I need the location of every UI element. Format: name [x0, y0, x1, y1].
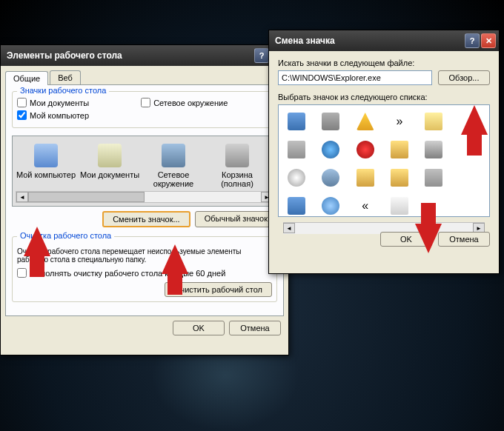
- drive-icon: [425, 169, 442, 187]
- monitor-icon: [288, 113, 305, 130]
- icon-label: Мой компьютер: [16, 170, 76, 179]
- icon-option[interactable]: [352, 110, 379, 133]
- scroll-left-icon[interactable]: ◄: [16, 192, 28, 202]
- monitor-icon: [288, 197, 305, 215]
- network-icon: [162, 144, 185, 167]
- info-icon: [322, 197, 339, 215]
- annotation-arrow: [24, 227, 50, 256]
- icon-preview-strip: Мой компьютер Мои документы Сетевое окру…: [12, 136, 277, 207]
- icon-item-my-computer[interactable]: Мой компьютер: [16, 144, 76, 188]
- checkbox-input[interactable]: [17, 268, 27, 278]
- icon-path-input[interactable]: [278, 70, 432, 85]
- search-icon: [322, 169, 339, 187]
- help-icon[interactable]: ?: [254, 48, 269, 63]
- icon-option[interactable]: [386, 166, 413, 190]
- cleanup-description: Очистка рабочего стола перемещает неиспо…: [17, 247, 272, 264]
- tab-panel-general: Значки рабочего стола Мои документы Сете…: [5, 84, 284, 316]
- icon-option[interactable]: [420, 138, 447, 161]
- envelope-icon: [391, 197, 408, 215]
- icon-option[interactable]: [420, 110, 447, 133]
- icon-option[interactable]: [386, 138, 413, 161]
- checkbox-cleanup-60days[interactable]: Выполнять очистку рабочего стола каждые …: [17, 268, 272, 278]
- change-icon-button[interactable]: Сменить значок...: [102, 211, 190, 227]
- tower-icon: [425, 141, 442, 158]
- documents-icon: [98, 144, 122, 167]
- ok-button[interactable]: OK: [173, 321, 225, 335]
- browse-button[interactable]: Обзор...: [438, 70, 490, 85]
- icon-option[interactable]: [283, 194, 310, 218]
- scroll-track[interactable]: [28, 192, 261, 202]
- globe-icon: [322, 141, 339, 158]
- icon-item-network[interactable]: Сетевое окружение: [143, 144, 204, 188]
- icon-option[interactable]: [317, 166, 344, 190]
- window-title: Элементы рабочего стола: [7, 50, 254, 61]
- titlebar[interactable]: Элементы рабочего стола ? ✕: [1, 45, 288, 66]
- icon-item-recycle-full[interactable]: Корзина (полная): [207, 144, 268, 188]
- cancel-button[interactable]: Отмена: [229, 321, 281, 335]
- select-icon-label: Выбрать значок из следующего списка:: [278, 93, 490, 101]
- icon-option[interactable]: [317, 138, 344, 161]
- tab-strip: Общие Веб: [1, 66, 288, 84]
- help-icon[interactable]: ?: [465, 33, 480, 48]
- titlebar[interactable]: Смена значка ? ✕: [269, 30, 499, 51]
- checkbox-label: Мой компьютер: [30, 111, 89, 120]
- checkbox-network[interactable]: Сетевое окружение: [141, 98, 228, 107]
- checkbox-label: Выполнять очистку рабочего стола каждые …: [30, 269, 225, 278]
- horizontal-scrollbar[interactable]: ◄ ►: [16, 191, 273, 203]
- chevrons-icon: «: [357, 197, 374, 215]
- scroll-thumb[interactable]: [28, 192, 145, 202]
- window-title: Смена значка: [275, 36, 465, 46]
- arrows-icon: »: [391, 113, 408, 130]
- scroll-track[interactable]: [295, 223, 473, 234]
- icon-option[interactable]: [283, 110, 310, 133]
- disc-icon: [288, 169, 305, 187]
- icon-option[interactable]: [386, 194, 413, 218]
- checkbox-my-documents[interactable]: Мои документы: [17, 98, 89, 107]
- icon-label: Сетевое окружение: [143, 170, 204, 188]
- annotation-arrow: [415, 224, 442, 253]
- folder-icon: [391, 169, 408, 187]
- desktop-icons-group: Значки рабочего стола Мои документы Сете…: [12, 91, 277, 128]
- icon-option[interactable]: [317, 110, 344, 133]
- warning-icon: [357, 113, 374, 130]
- annotation-arrow: [162, 244, 188, 274]
- icon-option[interactable]: »: [386, 110, 413, 133]
- icon-list-box: » « ◄: [278, 104, 490, 217]
- icon-option[interactable]: [420, 166, 447, 190]
- drive-icon: [288, 141, 305, 158]
- default-icon-button[interactable]: Обычный значок: [195, 211, 277, 227]
- cancel-button[interactable]: Отмена: [438, 232, 490, 247]
- icon-label: Мои документы: [79, 170, 140, 179]
- icon-option[interactable]: [283, 166, 310, 190]
- desktop-cleanup-group: Очистка рабочего стола Очистка рабочего …: [12, 236, 277, 302]
- close-icon[interactable]: ✕: [481, 33, 496, 48]
- mail-icon: [425, 113, 442, 130]
- annotation-arrow: [461, 105, 488, 135]
- stop-icon: [357, 141, 374, 158]
- icon-item-my-documents[interactable]: Мои документы: [79, 144, 140, 188]
- checkbox-input[interactable]: [17, 98, 27, 107]
- checkbox-input[interactable]: [17, 110, 27, 120]
- icon-option[interactable]: «: [352, 194, 379, 218]
- group-title: Значки рабочего стола: [17, 86, 109, 95]
- folder-icon: [391, 141, 408, 158]
- printer-icon: [322, 113, 339, 130]
- tab-web[interactable]: Веб: [50, 70, 81, 84]
- tab-general[interactable]: Общие: [5, 71, 48, 85]
- dialog-body: Искать значки в следующем файле: Обзор..…: [269, 51, 499, 232]
- icon-option[interactable]: [352, 138, 379, 161]
- change-icon-dialog: Смена значка ? ✕ Искать значки в следующ…: [268, 30, 500, 274]
- recycle-bin-icon: [225, 144, 249, 167]
- checkbox-label: Сетевое окружение: [153, 98, 228, 107]
- icon-option[interactable]: [317, 194, 344, 218]
- icon-option[interactable]: [352, 166, 379, 190]
- checkbox-input[interactable]: [141, 98, 150, 107]
- checkbox-label: Мои документы: [30, 98, 89, 107]
- icon-option[interactable]: [283, 138, 310, 161]
- icon-label: Корзина (полная): [207, 170, 268, 188]
- checkbox-my-computer[interactable]: Мой компьютер: [17, 110, 89, 120]
- horizontal-scrollbar[interactable]: ◄ ►: [283, 222, 485, 234]
- folder-icon: [357, 169, 374, 187]
- computer-icon: [34, 144, 58, 167]
- scroll-left-icon[interactable]: ◄: [283, 223, 295, 233]
